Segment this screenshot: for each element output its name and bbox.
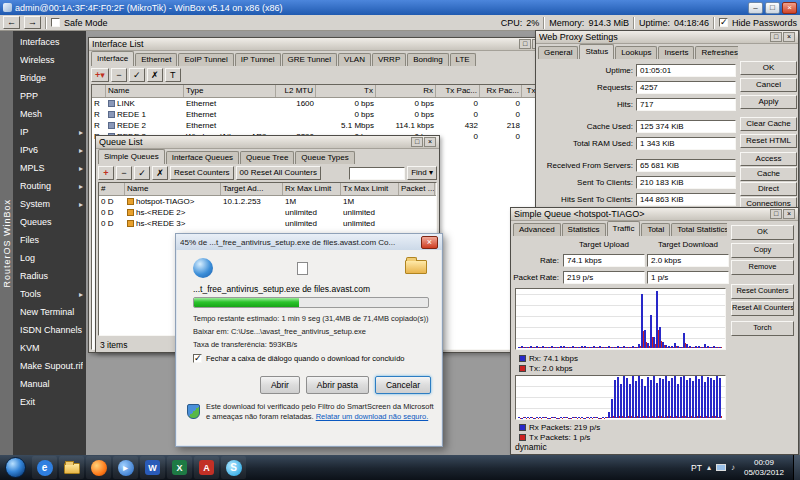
remove-button[interactable]: − [111,68,127,82]
disable-button[interactable]: ✗ [152,166,168,180]
filter-icon[interactable]: T [165,68,181,82]
access-button[interactable]: Access [740,152,797,166]
restore-icon[interactable]: □ [770,32,782,42]
interface-list-tab-bonding[interactable]: Bonding [407,53,448,66]
sidebar-item-new-terminal[interactable]: New Terminal [13,303,86,321]
reset-all-counters-button[interactable]: Reset All Counters [731,301,794,316]
language-indicator[interactable]: PT [691,463,702,473]
tray-expand-icon[interactable]: ▴ [707,463,711,472]
web-proxy-tab-inserts[interactable]: Inserts [658,46,694,59]
cancel-button[interactable]: Cancel [740,78,797,92]
interface-list-tab-eoip-tunnel[interactable]: EoIP Tunnel [178,53,233,66]
web-proxy-tab-refreshes[interactable]: Refreshes [695,46,738,59]
sidebar-item-ip[interactable]: IP▸ [13,123,86,141]
interface-list-tab-vrrp[interactable]: VRRP [372,53,406,66]
close-button[interactable]: × [782,2,797,14]
web-proxy-tab-status[interactable]: Status [579,44,614,59]
column-header-packet[interactable]: Packet ... [399,183,435,195]
safe-mode-checkbox[interactable] [51,18,60,27]
interface-row[interactable]: RLINKEthernet16000 bps0 bps0000 [92,98,544,109]
sidebar-item-queues[interactable]: Queues [13,213,86,231]
column-header-l2-mtu[interactable]: L2 MTU [276,85,316,97]
sidebar-item-make-supout-rif[interactable]: Make Supout.rif [13,357,86,375]
simple-queue-tab-traffic[interactable]: Traffic [607,221,641,236]
close-icon[interactable]: × [783,209,795,219]
column-header-rx-max-limit[interactable]: Rx Max Limit [283,183,341,195]
torch-button[interactable]: Torch [731,321,794,336]
simple-queue-tab-statistics[interactable]: Statistics [562,223,606,236]
remove-button[interactable]: − [116,166,132,180]
column-header-rx[interactable]: Rx [376,85,436,97]
enable-button[interactable]: ✓ [134,166,150,180]
sidebar-item-files[interactable]: Files [13,231,86,249]
column-header-tx-max-limit[interactable]: Tx Max Limit [341,183,399,195]
disable-button[interactable]: ✗ [147,68,163,82]
copy-button[interactable]: Copy [731,243,794,258]
find-button[interactable]: Find ▾ [407,166,437,180]
queue-list-tab-simple-queues[interactable]: Simple Queues [98,149,165,164]
column-header-tx-pac[interactable]: Tx Pac... [436,85,480,97]
close-icon[interactable]: × [421,236,438,249]
column-header-item[interactable]: # [99,183,125,195]
sidebar-item-mpls[interactable]: MPLS▸ [13,159,86,177]
sidebar-item-ipv6[interactable]: IPv6▸ [13,141,86,159]
web-proxy-tab-general[interactable]: General [538,46,578,59]
sidebar-item-manual[interactable]: Manual [13,375,86,393]
column-header-target-ad[interactable]: Target Ad... [221,183,283,195]
reset-html-button[interactable]: Reset HTML [740,134,797,148]
internet-explorer-icon[interactable]: e [32,456,57,479]
sidebar-item-mesh[interactable]: Mesh [13,105,86,123]
undo-button[interactable]: ← [3,16,20,29]
sidebar-item-wireless[interactable]: Wireless [13,51,86,69]
web-proxy-tab-lookups[interactable]: Lookups [615,46,657,59]
close-icon[interactable]: × [783,32,795,42]
maximize-button[interactable]: □ [765,2,780,14]
network-tray-icon[interactable] [716,464,726,471]
sidebar-item-isdn-channels[interactable]: ISDN Channels [13,321,86,339]
interface-list-tab-vlan[interactable]: VLAN [338,53,371,66]
abrir-pasta-button[interactable]: Abrir pasta [306,376,369,394]
sidebar-item-system[interactable]: System▸ [13,195,86,213]
report-unsafe-link[interactable]: Relatar um download não seguro. [316,412,429,421]
volume-tray-icon[interactable]: ♪ [731,463,735,472]
restore-icon[interactable]: □ [519,39,531,49]
column-header-name[interactable]: Name [106,85,184,97]
sidebar-item-ppp[interactable]: PPP [13,87,86,105]
add-button[interactable]: + [98,166,114,180]
show-desktop-button[interactable] [793,455,800,480]
interface-list-tab-interface[interactable]: Interface [91,51,134,66]
start-button[interactable] [5,457,26,478]
column-select-icon[interactable]: ▾ [435,183,437,195]
reset-all-counters-button[interactable]: 00 Reset All Counters [236,166,321,180]
interface-row[interactable]: RREDE 2Ethernet5.1 Mbps114.1 kbps4322180… [92,120,544,131]
ok-button[interactable]: OK [740,61,797,75]
minimize-button[interactable]: – [748,2,763,14]
simple-queue-tab-total[interactable]: Total [641,223,670,236]
sidebar-item-tools[interactable]: Tools▸ [13,285,86,303]
simple-queue-tab-total-statistics[interactable]: Total Statistics [671,223,727,236]
find-input[interactable] [349,167,405,180]
ok-button[interactable]: OK [731,225,794,240]
apply-button[interactable]: Apply [740,95,797,109]
queue-list-titlebar[interactable]: Queue List □ × [96,136,439,149]
column-header-tx[interactable]: Tx [316,85,376,97]
column-header-name[interactable]: Name [125,183,221,195]
windows-explorer-icon[interactable] [59,456,84,479]
sidebar-item-interfaces[interactable]: Interfaces [13,33,86,51]
reset-counters-button[interactable]: Reset Counters [170,166,234,180]
reset-counters-button[interactable]: Reset Counters [731,284,794,299]
column-header-type[interactable]: Type [184,85,276,97]
sidebar-item-kvm[interactable]: KVM [13,339,86,357]
sidebar-item-exit[interactable]: Exit [13,393,86,411]
queue-row[interactable]: 0 Dhs-<REDE 2>unlimitedunlimited [99,207,436,218]
clock[interactable]: 00:09 05/03/2012 [740,458,788,478]
simple-queue-titlebar[interactable]: Simple Queue <hotspot-TIAGO> □ × [511,208,798,221]
web-proxy-titlebar[interactable]: Web Proxy Settings □ × [536,31,798,44]
interface-list-tab-ethernet[interactable]: Ethernet [135,53,177,66]
simple-queue-tab-advanced[interactable]: Advanced [513,223,561,236]
redo-button[interactable]: → [24,16,41,29]
sidebar-item-radius[interactable]: Radius [13,267,86,285]
queue-list-tab-queue-tree[interactable]: Queue Tree [240,151,294,164]
media-player-icon[interactable]: ▸ [113,456,138,479]
enable-button[interactable]: ✓ [129,68,145,82]
